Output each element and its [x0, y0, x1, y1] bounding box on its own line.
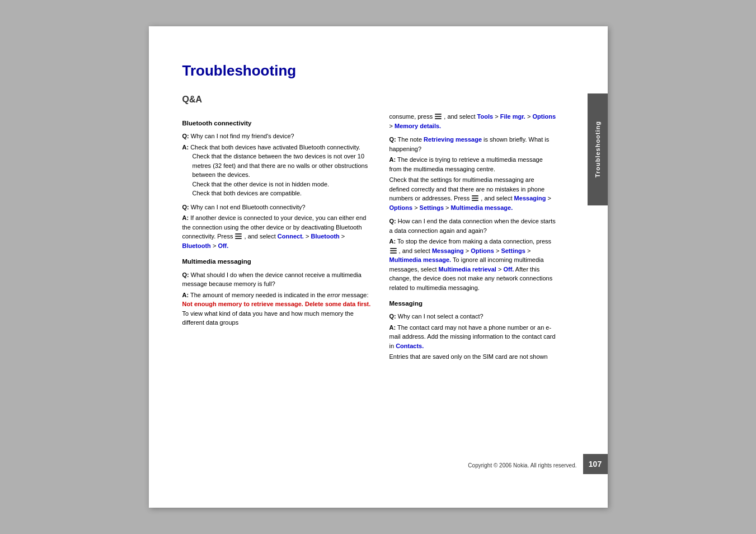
q6-text: Why can I not select a contact?	[398, 313, 483, 320]
continued-block: consume, press , and select Tools > File…	[389, 112, 556, 130]
q4-text1: The note	[398, 136, 424, 143]
svg-rect-4	[435, 116, 442, 117]
q3-question: Q: What should I do when the device cann…	[182, 270, 373, 289]
link-memorydetails[interactable]: Memory details.	[395, 123, 441, 129]
multimedia-section-title: Multimedia messaging	[182, 257, 373, 266]
a2-answer: A: If another device is connected to you…	[182, 213, 373, 250]
svg-rect-9	[390, 248, 397, 249]
link-options-1[interactable]: Options	[389, 204, 413, 211]
section-header: Q&A	[182, 93, 556, 106]
q2-text: Why can I not end Bluetooth connectivity…	[191, 204, 306, 210]
menu-icon-3	[471, 194, 479, 202]
svg-rect-0	[235, 233, 242, 235]
link-off-2[interactable]: Off.	[503, 266, 514, 273]
copyright: Copyright © 2006 Nokia. All rights reser…	[468, 461, 576, 470]
a6-text2-block: Entries that are saved only on the SIM c…	[389, 352, 556, 362]
a5-answer: A: To stop the device from making a data…	[389, 237, 556, 292]
q-label: Q:	[182, 133, 189, 139]
qa-block-2: Q: Why can I not end Bluetooth connectiv…	[182, 203, 373, 251]
two-column-layout: Bluetooth connectivity Q: Why can I not …	[182, 112, 556, 366]
q6-question: Q: Why can I not select a contact?	[389, 312, 556, 321]
a6-a-label: A:	[389, 324, 396, 331]
a3-text2: To view what kind of data you have and h…	[182, 310, 354, 326]
a1-answer: A: Check that both devices have activate…	[182, 143, 373, 198]
a5-text2: , and select	[399, 247, 432, 254]
link-messaging-1[interactable]: Messaging	[514, 195, 546, 202]
gt9: >	[527, 247, 530, 254]
q1-question: Q: Why can I not find my friend's device…	[182, 132, 373, 141]
a5-a-label: A:	[389, 238, 396, 245]
link-mm-2[interactable]: Multimedia message.	[389, 256, 452, 263]
q5-question: Q: How can I end the data connection whe…	[389, 217, 556, 235]
q4-q-label: Q:	[389, 136, 396, 143]
sidebar-tab: Troubleshooting	[588, 93, 608, 205]
q3-q-label: Q:	[182, 271, 189, 278]
link-options[interactable]: Options	[532, 113, 556, 120]
a2-link-off[interactable]: Off.	[218, 242, 228, 249]
q2-question: Q: Why can I not end Bluetooth connectiv…	[182, 203, 373, 212]
link-settings-1[interactable]: Settings	[420, 204, 444, 211]
a5-text1: To stop the device from making a data co…	[397, 238, 551, 245]
continued-text: consume, press	[389, 113, 435, 120]
link-contacts[interactable]: Contacts.	[396, 343, 424, 349]
link-messaging-2[interactable]: Messaging	[432, 247, 464, 254]
page-number: 107	[589, 460, 602, 469]
link-tools[interactable]: Tools	[477, 113, 494, 120]
gt4: >	[548, 195, 551, 202]
gt6: >	[445, 204, 450, 211]
main-content: Troubleshooting Q&A Bluetooth connectivi…	[149, 26, 579, 508]
gt8: >	[496, 247, 501, 254]
page-number-box: 107	[583, 454, 608, 474]
link-mm-1[interactable]: Multimedia message.	[451, 204, 513, 211]
continued-text2: , and select	[444, 113, 477, 120]
a-label: A:	[182, 144, 189, 151]
sidebar-tab-label: Troubleshooting	[594, 121, 601, 177]
q1-text: Why can I not find my friend's device?	[191, 133, 294, 139]
link-options-2[interactable]: Options	[471, 247, 494, 254]
link-settings-2[interactable]: Settings	[501, 247, 525, 254]
a3-link-memory[interactable]: Not enough memory to retrieve message. D…	[182, 301, 371, 307]
svg-rect-10	[390, 250, 397, 251]
a2-text2: , and select	[245, 233, 278, 240]
a2-link-connect[interactable]: Connect.	[278, 233, 304, 240]
left-column: Bluetooth connectivity Q: Why can I not …	[182, 112, 373, 366]
q2-q-label: Q:	[182, 204, 189, 210]
a2-link-bluetooth1[interactable]: Bluetooth	[311, 233, 339, 240]
qa-block-5: Q: How can I end the data connection whe…	[389, 217, 556, 292]
q4-link-retrieving[interactable]: Retrieving message	[424, 136, 482, 143]
a2-link-bluetooth2[interactable]: Bluetooth	[182, 242, 211, 249]
menu-icon-4	[389, 247, 397, 255]
a2-text5: >	[213, 242, 218, 249]
a3-text1: The amount of memory needed is indicated…	[190, 292, 369, 298]
svg-rect-7	[472, 198, 478, 199]
svg-rect-8	[472, 200, 478, 201]
link-mm-retrieval[interactable]: Multimedia retrieval	[439, 266, 496, 273]
a2-text4: >	[341, 233, 345, 240]
a5-text4: >	[498, 266, 503, 273]
link-filemgr[interactable]: File mgr.	[500, 113, 525, 120]
qa-block-1: Q: Why can I not find my friend's device…	[182, 132, 373, 198]
q5-text: How can I end the data connection when t…	[389, 218, 556, 234]
q6-q-label: Q:	[389, 313, 396, 320]
a4-a-label: A:	[389, 156, 396, 163]
qa-block-3: Q: What should I do when the device cann…	[182, 270, 373, 327]
menu-icon-1	[234, 232, 242, 240]
q3-text: What should I do when the device cannot …	[182, 271, 361, 288]
a4-text2-block: Check that the settings for multimedia m…	[389, 175, 556, 212]
gt1: >	[495, 113, 500, 120]
a4-text1: The device is trying to retrieve a multi…	[389, 156, 543, 172]
svg-rect-1	[235, 236, 242, 237]
gt3: >	[389, 123, 395, 129]
page: Troubleshooting Q&A Bluetooth connectivi…	[149, 26, 608, 508]
right-column: consume, press , and select Tools > File…	[389, 112, 556, 366]
svg-rect-5	[435, 118, 442, 119]
menu-icon-2	[434, 113, 442, 120]
svg-rect-2	[235, 238, 242, 239]
q4-question: Q: The note Retrieving message is shown …	[389, 135, 556, 153]
qa-block-4: Q: The note Retrieving message is shown …	[389, 135, 556, 212]
gt7: >	[466, 247, 471, 254]
page-title: Troubleshooting	[182, 60, 556, 82]
messaging-section-title: Messaging	[389, 299, 556, 308]
qa-block-6: Q: Why can I not select a contact? A: Th…	[389, 312, 556, 362]
a4-answer: A: The device is trying to retrieve a mu…	[389, 155, 556, 212]
